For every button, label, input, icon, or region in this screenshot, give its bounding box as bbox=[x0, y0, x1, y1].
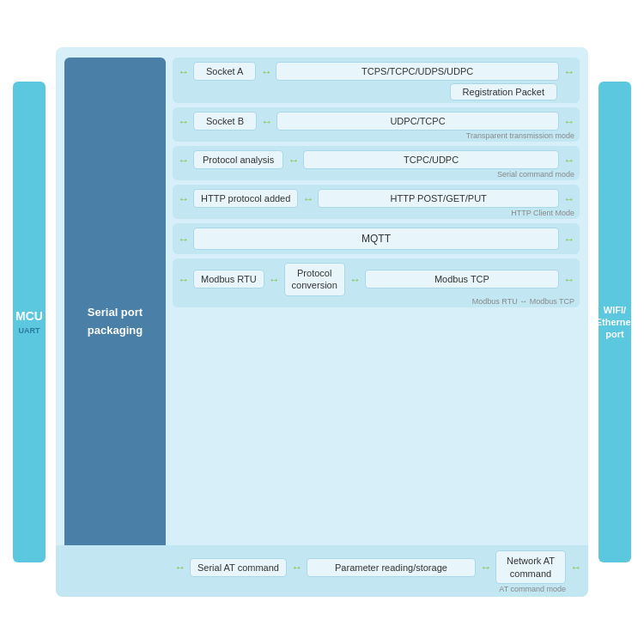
mqtt-box: MQTT bbox=[193, 228, 559, 250]
right-content: ↔ Socket A ↔ TCPS/TCPC/UDPS/UDPC ↔ Regis… bbox=[173, 58, 580, 586]
reg-packet-row: Registration Packet bbox=[178, 83, 574, 100]
modbus-row: ↔ Modbus RTU ↔ Protocolconversion ↔ Modb… bbox=[178, 263, 574, 296]
socket-a-right-arrow: ↔ bbox=[563, 65, 574, 78]
modbus-rtu-box: Modbus RTU bbox=[193, 270, 264, 289]
http-post-box: HTTP POST/GET/PUT bbox=[318, 189, 559, 208]
serial-at-command-box: Serial AT command bbox=[190, 558, 287, 577]
wifi-bar: WIFI/Ethernetport bbox=[598, 82, 631, 562]
diagram-wrapper: MCU UART WIFI/Ethernetport Serial portpa… bbox=[13, 21, 631, 623]
protocol-conversion-box: Protocolconversion bbox=[284, 263, 345, 296]
serial-command-mode-label: Serial command mode bbox=[178, 170, 574, 179]
protocol-analysis-row: ↔ Protocol analysis ↔ TCPC/UDPC ↔ bbox=[178, 150, 574, 169]
at-command-section: ↔ Serial AT command ↔ Parameter reading/… bbox=[56, 545, 588, 597]
modbus-mode-label: Modbus RTU ↔ Modbus TCP bbox=[178, 297, 574, 306]
param-reading-box: Parameter reading/storage bbox=[307, 558, 476, 577]
main-container: Serial portpackaging ↔ Socket A ↔ TCPS/T… bbox=[56, 47, 588, 597]
socket-a-box: Socket A bbox=[193, 62, 256, 81]
http-protocol-box: HTTP protocol added bbox=[193, 189, 298, 208]
mcu-label: MCU bbox=[15, 309, 43, 323]
socket-a-row: ↔ Socket A ↔ TCPS/TCPC/UDPS/UDPC ↔ bbox=[178, 62, 574, 81]
uart-label: UART bbox=[19, 326, 40, 335]
tcps-box: TCPS/TCPC/UDPS/UDPC bbox=[276, 62, 559, 81]
transparent-mode-label: Transparent transmission mode bbox=[178, 131, 574, 140]
http-row: ↔ HTTP protocol added ↔ HTTP POST/GET/PU… bbox=[178, 189, 574, 208]
serial-port-packaging: Serial portpackaging bbox=[64, 58, 166, 586]
http-group: ↔ HTTP protocol added ↔ HTTP POST/GET/PU… bbox=[173, 185, 580, 219]
socket-a-left-arrow: ↔ bbox=[178, 65, 189, 78]
at-command-mode-label: AT command mode bbox=[63, 585, 581, 593]
socket-b-box: Socket B bbox=[193, 112, 257, 131]
udpc-tcpc-box: UDPC/TCPC bbox=[276, 112, 559, 131]
mqtt-group: ↔ MQTT ↔ bbox=[173, 223, 580, 254]
tcpc-udpc-box: TCPC/UDPC bbox=[303, 150, 559, 169]
serial-port-label: Serial portpackaging bbox=[88, 304, 143, 340]
socket-b-group: ↔ Socket B ↔ UDPC/TCPC ↔ Transparent tra… bbox=[173, 107, 580, 142]
wifi-label: WIFI/Ethernetport bbox=[596, 304, 635, 341]
protocol-analysis-group: ↔ Protocol analysis ↔ TCPC/UDPC ↔ Serial… bbox=[173, 146, 580, 180]
http-client-mode-label: HTTP Client Mode bbox=[178, 209, 574, 217]
registration-packet-box: Registration Packet bbox=[450, 83, 557, 100]
at-command-row: ↔ Serial AT command ↔ Parameter reading/… bbox=[174, 550, 581, 584]
protocol-analysis-box: Protocol analysis bbox=[193, 150, 283, 169]
modbus-group: ↔ Modbus RTU ↔ Protocolconversion ↔ Modb… bbox=[173, 258, 580, 307]
socket-a-mid-arrow: ↔ bbox=[260, 65, 271, 78]
mqtt-row: ↔ MQTT ↔ bbox=[178, 228, 574, 250]
modbus-tcp-box: Modbus TCP bbox=[365, 270, 559, 289]
socket-b-row: ↔ Socket B ↔ UDPC/TCPC ↔ bbox=[178, 112, 574, 131]
socket-a-group: ↔ Socket A ↔ TCPS/TCPC/UDPS/UDPC ↔ Regis… bbox=[173, 58, 580, 103]
mcu-bar: MCU UART bbox=[13, 82, 46, 562]
network-at-command-box: Network ATcommand bbox=[495, 550, 566, 584]
